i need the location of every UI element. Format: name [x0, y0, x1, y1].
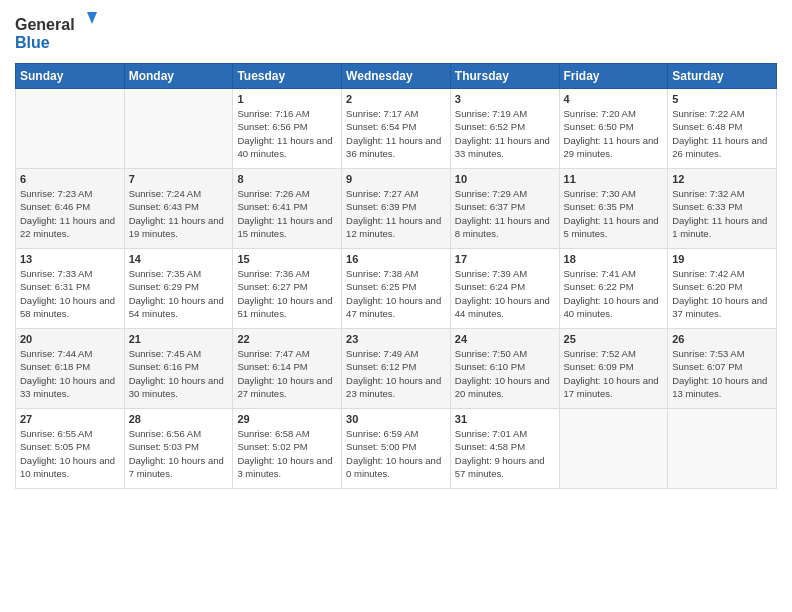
day-number: 10: [455, 173, 555, 185]
calendar-table: SundayMondayTuesdayWednesdayThursdayFrid…: [15, 63, 777, 489]
page: General Blue SundayMondayTuesdayWednesda…: [0, 0, 792, 504]
day-number: 20: [20, 333, 120, 345]
weekday-header: Thursday: [450, 64, 559, 89]
calendar-cell: [559, 409, 668, 489]
calendar-cell: 6Sunrise: 7:23 AM Sunset: 6:46 PM Daylig…: [16, 169, 125, 249]
header-row: SundayMondayTuesdayWednesdayThursdayFrid…: [16, 64, 777, 89]
day-number: 15: [237, 253, 337, 265]
calendar-cell: 14Sunrise: 7:35 AM Sunset: 6:29 PM Dayli…: [124, 249, 233, 329]
day-number: 31: [455, 413, 555, 425]
weekday-header: Friday: [559, 64, 668, 89]
day-info: Sunrise: 7:35 AM Sunset: 6:29 PM Dayligh…: [129, 267, 229, 320]
day-number: 5: [672, 93, 772, 105]
day-info: Sunrise: 7:27 AM Sunset: 6:39 PM Dayligh…: [346, 187, 446, 240]
calendar-cell: 21Sunrise: 7:45 AM Sunset: 6:16 PM Dayli…: [124, 329, 233, 409]
day-info: Sunrise: 7:42 AM Sunset: 6:20 PM Dayligh…: [672, 267, 772, 320]
day-info: Sunrise: 7:47 AM Sunset: 6:14 PM Dayligh…: [237, 347, 337, 400]
logo: General Blue: [15, 10, 105, 55]
day-info: Sunrise: 7:39 AM Sunset: 6:24 PM Dayligh…: [455, 267, 555, 320]
svg-text:Blue: Blue: [15, 34, 50, 51]
day-info: Sunrise: 7:50 AM Sunset: 6:10 PM Dayligh…: [455, 347, 555, 400]
calendar-cell: 27Sunrise: 6:55 AM Sunset: 5:05 PM Dayli…: [16, 409, 125, 489]
calendar-cell: 30Sunrise: 6:59 AM Sunset: 5:00 PM Dayli…: [342, 409, 451, 489]
header: General Blue: [15, 10, 777, 55]
logo-svg: General Blue: [15, 10, 105, 55]
day-number: 1: [237, 93, 337, 105]
day-number: 4: [564, 93, 664, 105]
day-info: Sunrise: 7:16 AM Sunset: 6:56 PM Dayligh…: [237, 107, 337, 160]
day-info: Sunrise: 7:23 AM Sunset: 6:46 PM Dayligh…: [20, 187, 120, 240]
calendar-cell: 10Sunrise: 7:29 AM Sunset: 6:37 PM Dayli…: [450, 169, 559, 249]
day-number: 22: [237, 333, 337, 345]
day-number: 21: [129, 333, 229, 345]
day-number: 23: [346, 333, 446, 345]
day-number: 11: [564, 173, 664, 185]
day-info: Sunrise: 7:17 AM Sunset: 6:54 PM Dayligh…: [346, 107, 446, 160]
calendar-cell: 22Sunrise: 7:47 AM Sunset: 6:14 PM Dayli…: [233, 329, 342, 409]
day-info: Sunrise: 6:55 AM Sunset: 5:05 PM Dayligh…: [20, 427, 120, 480]
day-info: Sunrise: 7:45 AM Sunset: 6:16 PM Dayligh…: [129, 347, 229, 400]
day-number: 16: [346, 253, 446, 265]
weekday-header: Tuesday: [233, 64, 342, 89]
calendar-cell: 8Sunrise: 7:26 AM Sunset: 6:41 PM Daylig…: [233, 169, 342, 249]
calendar-cell: 3Sunrise: 7:19 AM Sunset: 6:52 PM Daylig…: [450, 89, 559, 169]
day-number: 14: [129, 253, 229, 265]
day-number: 29: [237, 413, 337, 425]
day-number: 6: [20, 173, 120, 185]
calendar-cell: 12Sunrise: 7:32 AM Sunset: 6:33 PM Dayli…: [668, 169, 777, 249]
calendar-cell: 31Sunrise: 7:01 AM Sunset: 4:58 PM Dayli…: [450, 409, 559, 489]
day-info: Sunrise: 7:29 AM Sunset: 6:37 PM Dayligh…: [455, 187, 555, 240]
calendar-cell: 9Sunrise: 7:27 AM Sunset: 6:39 PM Daylig…: [342, 169, 451, 249]
day-info: Sunrise: 7:44 AM Sunset: 6:18 PM Dayligh…: [20, 347, 120, 400]
calendar-week-row: 6Sunrise: 7:23 AM Sunset: 6:46 PM Daylig…: [16, 169, 777, 249]
day-number: 8: [237, 173, 337, 185]
day-info: Sunrise: 7:30 AM Sunset: 6:35 PM Dayligh…: [564, 187, 664, 240]
day-number: 30: [346, 413, 446, 425]
calendar-cell: 23Sunrise: 7:49 AM Sunset: 6:12 PM Dayli…: [342, 329, 451, 409]
calendar-cell: 16Sunrise: 7:38 AM Sunset: 6:25 PM Dayli…: [342, 249, 451, 329]
day-info: Sunrise: 6:56 AM Sunset: 5:03 PM Dayligh…: [129, 427, 229, 480]
day-info: Sunrise: 6:58 AM Sunset: 5:02 PM Dayligh…: [237, 427, 337, 480]
calendar-cell: 2Sunrise: 7:17 AM Sunset: 6:54 PM Daylig…: [342, 89, 451, 169]
day-number: 3: [455, 93, 555, 105]
day-info: Sunrise: 7:49 AM Sunset: 6:12 PM Dayligh…: [346, 347, 446, 400]
svg-text:General: General: [15, 16, 75, 33]
calendar-week-row: 27Sunrise: 6:55 AM Sunset: 5:05 PM Dayli…: [16, 409, 777, 489]
calendar-cell: [668, 409, 777, 489]
day-number: 26: [672, 333, 772, 345]
day-number: 19: [672, 253, 772, 265]
calendar-cell: 29Sunrise: 6:58 AM Sunset: 5:02 PM Dayli…: [233, 409, 342, 489]
calendar-cell: 25Sunrise: 7:52 AM Sunset: 6:09 PM Dayli…: [559, 329, 668, 409]
calendar-week-row: 1Sunrise: 7:16 AM Sunset: 6:56 PM Daylig…: [16, 89, 777, 169]
calendar-cell: 24Sunrise: 7:50 AM Sunset: 6:10 PM Dayli…: [450, 329, 559, 409]
calendar-cell: 11Sunrise: 7:30 AM Sunset: 6:35 PM Dayli…: [559, 169, 668, 249]
day-number: 2: [346, 93, 446, 105]
calendar-cell: 17Sunrise: 7:39 AM Sunset: 6:24 PM Dayli…: [450, 249, 559, 329]
day-info: Sunrise: 6:59 AM Sunset: 5:00 PM Dayligh…: [346, 427, 446, 480]
day-number: 7: [129, 173, 229, 185]
calendar-cell: 5Sunrise: 7:22 AM Sunset: 6:48 PM Daylig…: [668, 89, 777, 169]
weekday-header: Monday: [124, 64, 233, 89]
day-number: 18: [564, 253, 664, 265]
day-info: Sunrise: 7:32 AM Sunset: 6:33 PM Dayligh…: [672, 187, 772, 240]
day-info: Sunrise: 7:01 AM Sunset: 4:58 PM Dayligh…: [455, 427, 555, 480]
calendar-cell: 28Sunrise: 6:56 AM Sunset: 5:03 PM Dayli…: [124, 409, 233, 489]
day-info: Sunrise: 7:41 AM Sunset: 6:22 PM Dayligh…: [564, 267, 664, 320]
calendar-week-row: 20Sunrise: 7:44 AM Sunset: 6:18 PM Dayli…: [16, 329, 777, 409]
calendar-cell: 13Sunrise: 7:33 AM Sunset: 6:31 PM Dayli…: [16, 249, 125, 329]
day-number: 27: [20, 413, 120, 425]
calendar-cell: 20Sunrise: 7:44 AM Sunset: 6:18 PM Dayli…: [16, 329, 125, 409]
day-info: Sunrise: 7:38 AM Sunset: 6:25 PM Dayligh…: [346, 267, 446, 320]
day-info: Sunrise: 7:52 AM Sunset: 6:09 PM Dayligh…: [564, 347, 664, 400]
calendar-cell: 15Sunrise: 7:36 AM Sunset: 6:27 PM Dayli…: [233, 249, 342, 329]
day-number: 17: [455, 253, 555, 265]
day-info: Sunrise: 7:22 AM Sunset: 6:48 PM Dayligh…: [672, 107, 772, 160]
calendar-cell: 4Sunrise: 7:20 AM Sunset: 6:50 PM Daylig…: [559, 89, 668, 169]
calendar-week-row: 13Sunrise: 7:33 AM Sunset: 6:31 PM Dayli…: [16, 249, 777, 329]
day-info: Sunrise: 7:53 AM Sunset: 6:07 PM Dayligh…: [672, 347, 772, 400]
day-number: 13: [20, 253, 120, 265]
day-info: Sunrise: 7:19 AM Sunset: 6:52 PM Dayligh…: [455, 107, 555, 160]
weekday-header: Sunday: [16, 64, 125, 89]
calendar-cell: 1Sunrise: 7:16 AM Sunset: 6:56 PM Daylig…: [233, 89, 342, 169]
calendar-cell: 26Sunrise: 7:53 AM Sunset: 6:07 PM Dayli…: [668, 329, 777, 409]
